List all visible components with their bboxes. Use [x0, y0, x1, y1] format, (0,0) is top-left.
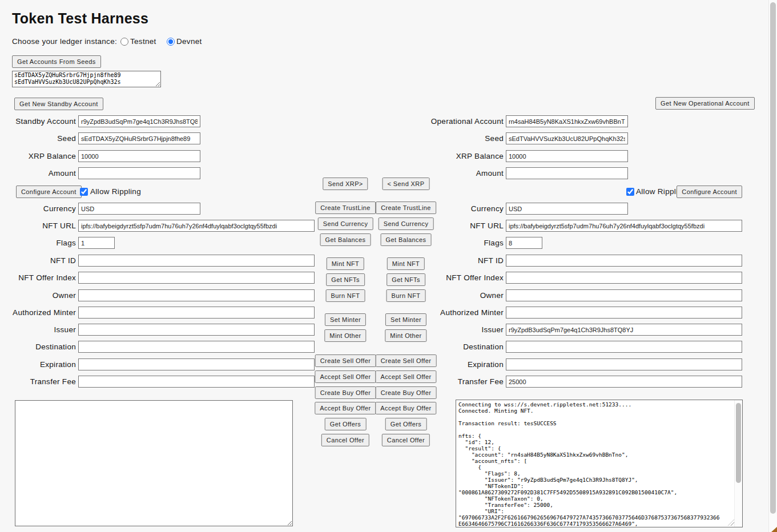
get-accounts-from-seeds-button[interactable]: Get Accounts From Seeds [12, 55, 101, 68]
operational-mint-nft-button[interactable]: Mint NFT [387, 257, 425, 270]
testnet-radio-label: Testnet [130, 37, 156, 46]
operational-set-minter-button[interactable]: Set Minter [385, 313, 426, 326]
operational-account-label: Operational Account [378, 115, 504, 127]
standby-issuer-input[interactable] [78, 324, 315, 336]
standby-currency-input[interactable] [78, 203, 200, 215]
operational-results-box[interactable]: Connecting to wss://s.devnet.rippletest.… [456, 400, 743, 527]
operational-expiration-input[interactable] [506, 358, 742, 370]
operational-accept-sell-offer-button[interactable]: Accept Sell Offer [375, 370, 436, 383]
standby-results-textarea[interactable] [15, 400, 293, 526]
standby-amount-label: Amount [0, 167, 76, 179]
standby-create-sell-offer-button[interactable]: Create Sell Offer [315, 354, 376, 367]
standby-authorized-minter-label: Authorized Minter [0, 307, 76, 319]
standby-get-nfts-button[interactable]: Get NFTs [326, 273, 365, 286]
standby-send-xrp-button[interactable]: Send XRP> [323, 178, 368, 190]
standby-nft-offer-index-label: NFT Offer Index [0, 272, 76, 284]
standby-configure-account-button[interactable]: Configure Account [16, 186, 82, 198]
operational-create-buy-offer-button[interactable]: Create Buy Offer [376, 386, 437, 399]
page-title: Token Test Harness [12, 10, 148, 27]
operational-send-currency-button[interactable]: Send Currency [379, 217, 434, 230]
operational-seed-input[interactable] [506, 132, 628, 144]
standby-nft-offer-index-input[interactable] [78, 272, 315, 284]
standby-flags-label: Flags [0, 237, 76, 249]
standby-burn-nft-button[interactable]: Burn NFT [326, 289, 365, 302]
standby-amount-input[interactable] [78, 167, 200, 179]
results-scrollbar-track[interactable] [734, 400, 742, 527]
operational-send-xrp-button[interactable]: < Send XRP [383, 178, 430, 190]
standby-accept-buy-offer-button[interactable]: Accept Buy Offer [315, 402, 376, 414]
standby-authorized-minter-input[interactable] [78, 307, 315, 319]
operational-owner-input[interactable] [506, 289, 742, 301]
standby-seed-input[interactable] [78, 132, 200, 144]
standby-expiration-input[interactable] [78, 358, 315, 370]
standby-nft-url-input[interactable] [78, 220, 315, 232]
standby-destination-input[interactable] [78, 341, 315, 353]
standby-issuer-label: Issuer [0, 324, 76, 336]
operational-flags-input[interactable] [506, 237, 542, 249]
operational-get-balances-button[interactable]: Get Balances [381, 233, 432, 246]
standby-send-currency-button[interactable]: Send Currency [318, 217, 373, 230]
standby-flags-input[interactable] [78, 237, 115, 249]
operational-account-input[interactable] [506, 115, 628, 127]
standby-account-input[interactable] [78, 115, 200, 127]
standby-owner-label: Owner [0, 289, 76, 301]
standby-transfer-fee-input[interactable] [78, 376, 315, 388]
operational-create-sell-offer-button[interactable]: Create Sell Offer [376, 354, 437, 367]
operational-nft-offer-index-input[interactable] [506, 272, 742, 284]
operational-allow-rippling-checkbox[interactable] [626, 188, 634, 196]
standby-get-offers-button[interactable]: Get Offers [325, 418, 367, 430]
ledger-instance-label: Choose your ledger instance: [12, 37, 117, 46]
standby-accept-sell-offer-button[interactable]: Accept Sell Offer [315, 370, 376, 383]
operational-nft-id-input[interactable] [506, 255, 742, 267]
operational-amount-input[interactable] [506, 167, 628, 179]
operational-get-offers-button[interactable]: Get Offers [385, 418, 427, 430]
standby-transfer-fee-label: Transfer Fee [0, 376, 76, 388]
standby-create-buy-offer-button[interactable]: Create Buy Offer [315, 386, 376, 399]
operational-issuer-input[interactable] [506, 324, 742, 336]
standby-xrp-balance-label: XRP Balance [0, 150, 76, 162]
page-scrollbar-track[interactable] [768, 0, 777, 532]
standby-owner-input[interactable] [78, 289, 315, 301]
operational-authorized-minter-input[interactable] [506, 307, 742, 319]
standby-xrp-balance-input[interactable] [78, 150, 200, 162]
operational-destination-input[interactable] [506, 341, 742, 353]
standby-mint-nft-button[interactable]: Mint NFT [327, 257, 364, 270]
operational-results-log: Connecting to wss://s.devnet.rippletest.… [456, 400, 742, 527]
testnet-radio[interactable] [120, 38, 128, 46]
get-new-operational-account-button[interactable]: Get New Operational Account [655, 97, 755, 110]
operational-xrp-balance-label: XRP Balance [378, 150, 504, 162]
standby-nft-id-label: NFT ID [0, 255, 76, 267]
operational-mint-other-button[interactable]: Mint Other [385, 329, 426, 342]
operational-burn-nft-button[interactable]: Burn NFT [387, 289, 426, 302]
standby-set-minter-button[interactable]: Set Minter [325, 313, 366, 326]
get-new-standby-account-button[interactable]: Get New Standby Account [14, 98, 103, 110]
standby-mint-other-button[interactable]: Mint Other [324, 329, 366, 342]
standby-allow-rippling-checkbox[interactable] [80, 188, 88, 196]
standby-expiration-label: Expiration [0, 358, 76, 370]
standby-nft-url-label: NFT URL [0, 220, 76, 232]
operational-nft-url-input[interactable] [506, 220, 742, 232]
operational-cancel-offer-button[interactable]: Cancel Offer [382, 434, 430, 446]
page-scrollbar-thumb[interactable] [770, 2, 776, 514]
operational-configure-account-button[interactable]: Configure Account [677, 186, 742, 198]
standby-seed-label: Seed [0, 132, 76, 144]
results-scrollbar-thumb[interactable] [736, 403, 741, 483]
operational-xrp-balance-input[interactable] [506, 150, 628, 162]
standby-currency-label: Currency [0, 203, 76, 215]
operational-destination-label: Destination [378, 341, 504, 353]
window-corner-artifact [771, 527, 777, 532]
operational-accept-buy-offer-button[interactable]: Accept Buy Offer [375, 402, 436, 414]
standby-destination-label: Destination [0, 341, 76, 353]
standby-allow-rippling-label: Allow Rippling [90, 187, 141, 196]
standby-account-label: Standby Account [0, 115, 76, 127]
operational-currency-input[interactable] [506, 203, 628, 215]
devnet-radio[interactable] [167, 38, 175, 46]
standby-get-balances-button[interactable]: Get Balances [320, 233, 371, 246]
standby-create-trustline-button[interactable]: Create TrustLine [315, 201, 376, 214]
operational-get-nfts-button[interactable]: Get NFTs [387, 273, 425, 286]
standby-nft-id-input[interactable] [78, 255, 315, 267]
seeds-textarea[interactable]: sEdTDAX5yZQHuRSrbrG7Hjpjn8fhe89 sEdTVaHV… [12, 71, 161, 87]
operational-create-trustline-button[interactable]: Create TrustLine [376, 201, 436, 214]
standby-cancel-offer-button[interactable]: Cancel Offer [321, 434, 369, 446]
operational-transfer-fee-input[interactable] [506, 376, 742, 388]
